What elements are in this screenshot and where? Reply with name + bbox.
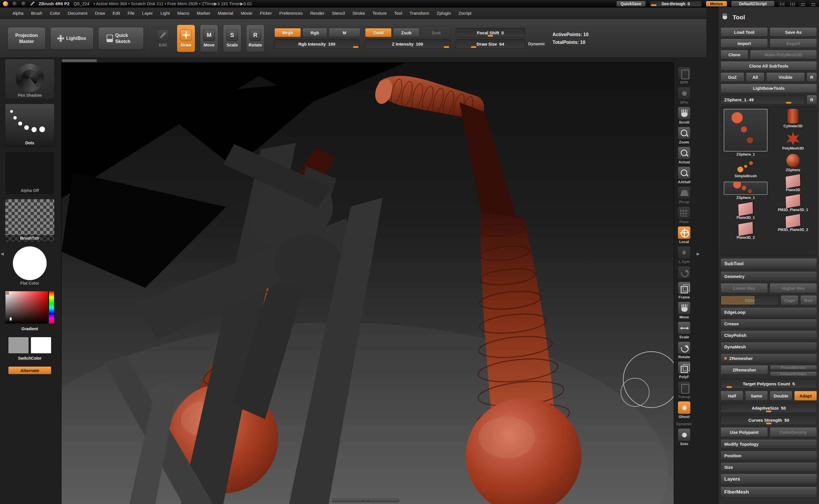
saturation-square[interactable] [5, 291, 48, 324]
canvas-hscroll[interactable] [332, 499, 399, 502]
size-subpalette-header[interactable]: Size [721, 462, 817, 472]
tool-thumb[interactable]: Plane3D_2 [723, 223, 769, 240]
strip-item[interactable]: Scale [675, 322, 694, 339]
strip-item[interactable]: Floor [675, 206, 694, 224]
strip-item[interactable]: Scroll [675, 107, 694, 124]
sdiv-slider[interactable]: SDiv [721, 295, 779, 305]
current-alpha-thumb[interactable]: Alpha Off [5, 151, 55, 195]
quicksave-button[interactable]: QuickSave [616, 1, 646, 7]
strip-item[interactable]: BPR [675, 67, 694, 85]
strip-item[interactable]: Solo [675, 428, 694, 446]
draw-size-slider[interactable]: Draw Size 64 [456, 39, 525, 48]
sliders-icon-2[interactable] [789, 1, 795, 6]
double-button[interactable]: Double [770, 391, 792, 401]
current-stroke-thumb[interactable]: Dots [5, 104, 55, 147]
goz-visible-button[interactable]: Visible [766, 72, 805, 82]
strip-item[interactable]: Actual [675, 147, 694, 164]
m-button[interactable]: M [329, 28, 360, 37]
strip-item[interactable] [675, 266, 694, 279]
lightbox-tools-button[interactable]: Lightbox▸Tools [721, 84, 817, 93]
zremesher-button[interactable]: ZRemesher [721, 365, 768, 374]
strip-item[interactable]: AAHalf [675, 167, 694, 184]
secondary-color-swatch[interactable] [31, 337, 51, 354]
left-tray-arrow-icon[interactable]: ◂ [1, 251, 4, 257]
higher-res-button[interactable]: Higher Res [770, 283, 817, 293]
rotate-mode-button[interactable]: R Rotate [246, 25, 264, 52]
menu-item[interactable]: Stencil [328, 9, 348, 17]
geometry-section-header[interactable]: Geometry [721, 271, 817, 281]
menu-item[interactable]: Preferences [275, 9, 306, 17]
dock-right-icon[interactable] [810, 1, 816, 6]
menu-item[interactable]: Light [156, 9, 173, 17]
clone-all-subtools-button[interactable]: Clone All SubTools [721, 61, 817, 70]
edit-mode-button[interactable]: Edit [154, 25, 172, 52]
strip-item[interactable]: Frame [675, 282, 694, 299]
position-subpalette-header[interactable]: Position [721, 451, 817, 460]
menu-item[interactable]: Alpha [9, 9, 27, 17]
mrgb-button[interactable]: Mrgb [274, 28, 301, 37]
alternate-button[interactable]: Alternate [8, 366, 51, 374]
curves-strength-marker[interactable] [766, 423, 771, 424]
tool-thumb[interactable]: ZSphere [771, 154, 815, 172]
titlebar-round-button[interactable] [12, 1, 17, 6]
menu-item[interactable]: Stroke [348, 9, 368, 17]
strip-item[interactable]: L.Sym [675, 246, 694, 264]
move-mode-button[interactable]: M Move [200, 25, 218, 52]
menu-item[interactable]: Picker [256, 9, 276, 17]
dynamic-label[interactable]: Dynamic [528, 42, 545, 46]
tool-thumb[interactable]: ZSphere_1 [723, 109, 769, 156]
menu-item[interactable]: Material [214, 9, 237, 17]
focal-shift-marker[interactable] [488, 35, 493, 37]
adapt-button[interactable]: Adapt [794, 391, 817, 401]
menu-item[interactable]: Zplugin [433, 9, 455, 17]
fibermesh-section-header[interactable]: FiberMesh [721, 487, 817, 498]
target-polygons-slider[interactable]: Target Polygons Count 5 [721, 379, 817, 389]
strip-item[interactable]: PolyF [675, 361, 694, 379]
lower-res-button[interactable]: Lower Res [721, 283, 768, 293]
draw-size-marker[interactable] [471, 46, 476, 48]
hue-bar[interactable] [49, 291, 54, 324]
menu-item[interactable]: Texture [369, 9, 390, 17]
menu-item[interactable]: Marker [193, 9, 214, 17]
menu-item[interactable]: Draw [91, 9, 109, 17]
tool-thumb[interactable]: Plane3D_1 [723, 203, 769, 220]
freeze-groups-button[interactable]: FreezeGroups [770, 372, 817, 376]
zscript-button[interactable]: DefaultZScript [731, 1, 775, 7]
clone-button[interactable]: Clone [721, 50, 748, 59]
rgb-intensity-marker[interactable] [353, 46, 358, 48]
projection-master-button[interactable]: Projection Master [8, 27, 46, 50]
see-through-slider[interactable]: See-through 0 [650, 1, 702, 7]
tool-thumb[interactable]: ZSphere_1 [723, 182, 769, 200]
strip-item[interactable]: Move [675, 302, 694, 319]
rgb-button[interactable]: Rgb [302, 28, 327, 37]
load-tool-button[interactable]: Load Tool [721, 27, 768, 37]
right-tray-arrow-icon[interactable]: ▸ [697, 251, 700, 257]
menu-item[interactable]: Brush [27, 9, 46, 17]
quick-sketch-button[interactable]: Quick Sketch [98, 27, 144, 50]
z-intensity-marker[interactable] [444, 46, 449, 48]
dock-left-icon[interactable] [799, 1, 806, 6]
half-button[interactable]: Half [721, 391, 743, 401]
use-polypaint-button[interactable]: Use Polypaint [721, 427, 768, 437]
strip-item[interactable]: SPix [675, 87, 694, 104]
active-tool-marker[interactable] [786, 102, 791, 104]
tool-thumb[interactable]: PM3D_Plane3D_1 [771, 195, 815, 212]
scale-mode-button[interactable]: S Scale [223, 25, 241, 52]
crease-subpalette-header[interactable]: Crease [721, 319, 817, 328]
export-button[interactable]: Export [770, 39, 817, 48]
menu-item[interactable]: Transform [406, 9, 433, 17]
freeze-border-button[interactable]: FreezeBorder [770, 365, 817, 370]
menu-item[interactable]: Edit [109, 9, 124, 17]
menu-item[interactable]: Layer [138, 9, 157, 17]
menus-toggle-button[interactable]: Menus [706, 1, 727, 7]
tool-thumb[interactable]: Cylinder3D [771, 109, 815, 128]
menu-item[interactable]: Color [46, 9, 64, 17]
tool-thumb[interactable]: Plane3D [771, 176, 815, 192]
rstr-button[interactable]: Rstr [800, 295, 817, 305]
switchcolor-label[interactable]: SwitchColor [18, 355, 42, 362]
current-texture-thumb[interactable]: BrushTxtr [5, 199, 55, 242]
strip-item[interactable]: Transp [675, 381, 694, 399]
focal-shift-slider[interactable]: Focal Shift 0 [456, 28, 525, 37]
layers-section-header[interactable]: Layers [721, 474, 817, 485]
dynamesh-subpalette-header[interactable]: DynaMesh [721, 342, 817, 351]
